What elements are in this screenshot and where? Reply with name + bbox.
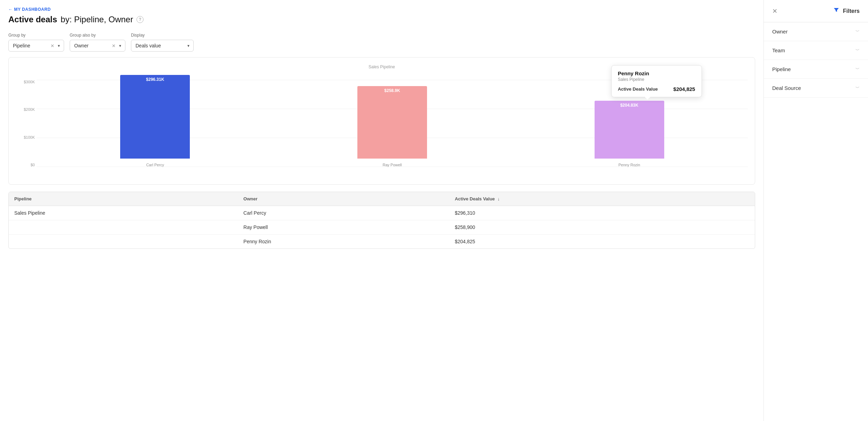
close-button[interactable]: ✕ <box>772 8 777 14</box>
tooltip-name: Penny Rozin <box>618 70 695 76</box>
cell-pipeline-2 <box>9 220 238 235</box>
table-header: Pipeline Owner Active Deals Value ↓ <box>9 192 755 206</box>
bar-label-carl: $296.31K <box>146 77 164 82</box>
display-control: Display Deals value ▼ <box>131 33 194 52</box>
back-link-label: MY DASHBOARD <box>14 7 51 12</box>
filter-section-deal-source: Deal Source ﹀ <box>764 79 868 98</box>
filter-icon <box>833 7 839 15</box>
bars-wrapper: $296.31K Carl Percy $258.9K Ray Powell P… <box>37 80 748 167</box>
group-also-by-label: Group also by <box>70 33 125 38</box>
cell-pipeline-3 <box>9 235 238 249</box>
col-owner: Owner <box>238 192 449 206</box>
group-also-by-clear[interactable]: ✕ <box>112 44 116 48</box>
cell-value-2: $258,900 <box>449 220 755 235</box>
filter-team-label: Team <box>772 47 785 53</box>
filter-pipeline-chevron: ﹀ <box>855 66 860 72</box>
filter-team-chevron: ﹀ <box>855 47 860 53</box>
y-label-100k: $100K <box>16 135 35 139</box>
cell-value-3: $204,825 <box>449 235 755 249</box>
chart-area: $300K $200K $100K $0 $296.31K Carl <box>16 80 748 177</box>
display-label: Display <box>131 33 194 38</box>
sidebar-header: ✕ Filters <box>764 0 868 22</box>
filter-section-team: Team ﹀ <box>764 41 868 60</box>
bar-carl[interactable]: $296.31K <box>120 75 190 159</box>
filter-deal-source-header[interactable]: Deal Source ﹀ <box>764 79 868 97</box>
group-by-select[interactable]: Pipeline <box>8 40 64 52</box>
bar-label-ray: $258.9K <box>384 88 400 93</box>
bar-ray[interactable]: $258.9K <box>357 86 427 159</box>
back-link[interactable]: MY DASHBOARD <box>8 7 755 12</box>
controls-bar: Group by Pipeline ✕ ▼ Group also by Owne… <box>8 33 755 52</box>
chart-container: Sales Pipeline $300K $200K $100K $0 <box>8 57 755 185</box>
bar-penny[interactable]: $204.83K <box>595 101 664 159</box>
y-label-300k: $300K <box>16 80 35 84</box>
group-by-wrapper: Pipeline ✕ ▼ <box>8 40 64 52</box>
header-row: Pipeline Owner Active Deals Value ↓ <box>9 192 755 206</box>
filter-section-pipeline: Pipeline ﹀ <box>764 60 868 79</box>
sidebar-title: Filters <box>843 8 860 14</box>
title-part2: by: Pipeline, Owner <box>61 15 133 24</box>
page-title: Active deals by: Pipeline, Owner ? <box>8 15 755 24</box>
table-row: Sales Pipeline Carl Percy $296,310 <box>9 206 755 220</box>
group-also-by-wrapper: Owner ✕ ▼ <box>70 40 125 52</box>
tooltip-row: Active Deals Value $204,825 <box>618 86 695 92</box>
col-value[interactable]: Active Deals Value ↓ <box>449 192 755 206</box>
filter-deal-source-label: Deal Source <box>772 85 801 91</box>
bar-label-penny: $204.83K <box>620 103 638 108</box>
col-pipeline: Pipeline <box>9 192 238 206</box>
group-by-control: Group by Pipeline ✕ ▼ <box>8 33 64 52</box>
data-table: Pipeline Owner Active Deals Value ↓ Sale… <box>9 192 755 248</box>
display-select[interactable]: Deals value <box>131 40 194 52</box>
bar-group-ray[interactable]: $258.9K Ray Powell <box>274 86 511 167</box>
cell-owner-1: Carl Percy <box>238 206 449 220</box>
title-part1: Active deals <box>8 15 57 24</box>
table-body: Sales Pipeline Carl Percy $296,310 Ray P… <box>9 206 755 249</box>
main-content: MY DASHBOARD Active deals by: Pipeline, … <box>0 0 764 421</box>
bar-name-carl: Carl Percy <box>146 163 164 167</box>
tooltip-value: $204,825 <box>673 86 695 92</box>
y-axis: $300K $200K $100K $0 <box>16 80 35 167</box>
tooltip-pipeline: Sales Pipeline <box>618 77 695 82</box>
bar-name-ray: Ray Powell <box>382 163 402 167</box>
group-also-by-select[interactable]: Owner <box>70 40 125 52</box>
filter-team-header[interactable]: Team ﹀ <box>764 41 868 60</box>
filter-pipeline-label: Pipeline <box>772 66 791 72</box>
tooltip: Penny Rozin Sales Pipeline Active Deals … <box>611 65 702 97</box>
filter-pipeline-header[interactable]: Pipeline ﹀ <box>764 60 868 78</box>
filter-section-owner: Owner ﹀ <box>764 22 868 41</box>
y-label-0: $0 <box>16 163 35 167</box>
cell-value-1: $296,310 <box>449 206 755 220</box>
filter-owner-label: Owner <box>772 29 788 35</box>
cell-owner-3: Penny Rozin <box>238 235 449 249</box>
bar-group-penny[interactable]: Penny Rozin Sales Pipeline Active Deals … <box>511 101 748 167</box>
display-wrapper: Deals value ▼ <box>131 40 194 52</box>
group-by-clear[interactable]: ✕ <box>51 44 54 48</box>
tooltip-key: Active Deals Value <box>618 86 658 92</box>
filter-owner-header[interactable]: Owner ﹀ <box>764 22 868 41</box>
table-row: Ray Powell $258,900 <box>9 220 755 235</box>
help-icon[interactable]: ? <box>137 16 144 23</box>
y-label-200k: $200K <box>16 107 35 112</box>
cell-pipeline-1: Sales Pipeline <box>9 206 238 220</box>
filter-deal-source-chevron: ﹀ <box>855 85 860 91</box>
bar-name-penny: Penny Rozin <box>618 163 640 167</box>
table-row: Penny Rozin $204,825 <box>9 235 755 249</box>
bar-group-carl[interactable]: $296.31K Carl Percy <box>37 75 274 167</box>
filter-owner-chevron: ﹀ <box>855 29 860 35</box>
filters-sidebar: ✕ Filters Owner ﹀ Team ﹀ Pipeline ﹀ Deal… <box>764 0 868 421</box>
table-container: Pipeline Owner Active Deals Value ↓ Sale… <box>8 192 755 249</box>
group-by-label: Group by <box>8 33 64 38</box>
cell-owner-2: Ray Powell <box>238 220 449 235</box>
group-also-by-control: Group also by Owner ✕ ▼ <box>70 33 125 52</box>
sort-icon: ↓ <box>497 196 500 201</box>
